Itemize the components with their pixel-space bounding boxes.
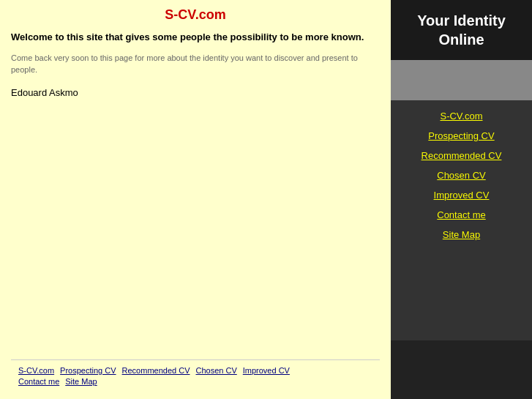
footer-link-contact[interactable]: Contact me: [18, 377, 59, 386]
footer-link-scv[interactable]: S-CV.com: [18, 366, 54, 375]
sidebar-link-scv[interactable]: S-CV.com: [391, 108, 532, 124]
site-title[interactable]: S-CV.com: [11, 7, 380, 23]
sidebar-bottom: [391, 340, 532, 399]
sidebar-link-prospecting[interactable]: Prospecting CV: [391, 127, 532, 144]
sidebar-image: [391, 60, 532, 100]
footer-link-chosen[interactable]: Chosen CV: [195, 366, 236, 375]
footer-link-prospecting[interactable]: Prospecting CV: [60, 366, 116, 375]
footer-row-1: S-CV.com Prospecting CV Recommended CV C…: [18, 366, 372, 375]
sidebar: Your IdentityOnline S-CV.com Prospecting…: [391, 0, 532, 399]
sidebar-link-recommended[interactable]: Recommended CV: [391, 147, 532, 164]
sidebar-link-sitemap[interactable]: Site Map: [391, 226, 532, 243]
sidebar-link-contact[interactable]: Contact me: [391, 206, 532, 223]
footer-link-improved[interactable]: Improved CV: [243, 366, 290, 375]
sidebar-link-chosen[interactable]: Chosen CV: [391, 167, 532, 184]
sidebar-header-text: Your IdentityOnline: [417, 11, 506, 49]
footer-nav: S-CV.com Prospecting CV Recommended CV C…: [11, 359, 380, 392]
author-name: Edouard Askmo: [11, 87, 380, 98]
main-content-area: S-CV.com Welcome to this site that gives…: [0, 0, 391, 399]
footer-link-recommended[interactable]: Recommended CV: [122, 366, 190, 375]
footer-link-sitemap[interactable]: Site Map: [65, 377, 97, 386]
sidebar-link-improved[interactable]: Improved CV: [391, 187, 532, 204]
sidebar-header: Your IdentityOnline: [391, 0, 532, 60]
sidebar-nav: S-CV.com Prospecting CV Recommended CV C…: [391, 100, 532, 340]
footer-row-2: Contact me Site Map: [18, 377, 372, 386]
welcome-text: Welcome to this site that gives some peo…: [11, 30, 380, 45]
body-text: Come back very soon to this page for mor…: [11, 52, 380, 76]
